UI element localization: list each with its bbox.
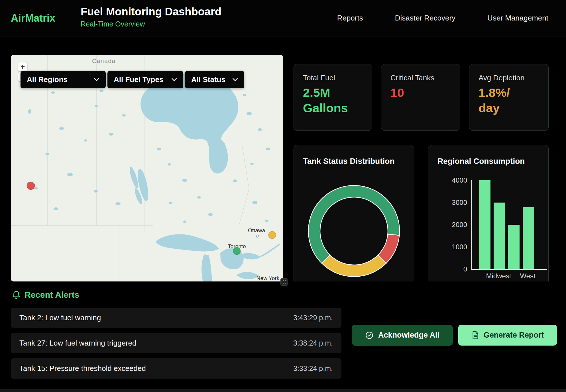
- chevron-down-icon: [94, 78, 99, 81]
- map-city-dot: [256, 235, 259, 237]
- title-block: Fuel Monitoring Dashboard Real-Time Over…: [81, 6, 221, 28]
- page-subtitle: Real-Time Overview: [81, 20, 221, 28]
- brand-logo[interactable]: AirMatrix: [11, 12, 55, 24]
- acknowledge-all-button[interactable]: Acknowledge All: [352, 325, 453, 346]
- filter-label: All Status: [191, 75, 225, 84]
- bar-plot-area: [471, 180, 547, 270]
- y-axis-tick: 1000: [431, 243, 467, 251]
- filter-label: All Regions: [27, 75, 68, 84]
- stat-value: 1.8%/day: [479, 85, 539, 116]
- document-icon: [471, 331, 479, 340]
- y-axis-tick: 2000: [431, 221, 467, 229]
- alert-message: Tank 15: Pressure threshold exceeded: [19, 364, 146, 373]
- y-axis-tick: 4000: [431, 176, 467, 184]
- bar: [479, 180, 490, 269]
- regional-consumption-card: Regional Consumption 01000200030004000Mi…: [428, 145, 549, 293]
- stat-card-total-fuel: Total Fuel2.5MGallons: [294, 64, 372, 131]
- map-resize-handle[interactable]: [280, 278, 288, 286]
- map-zoom-in-button[interactable]: +: [18, 62, 27, 72]
- x-axis-tick: West: [514, 272, 542, 280]
- fuel-monitoring-dashboard: AirMatrix Fuel Monitoring Dashboard Real…: [0, 0, 566, 392]
- tank-status-card: Tank Status Distribution: [294, 145, 414, 293]
- alert-row[interactable]: Tank 27: Low fuel warning triggered3:38:…: [11, 333, 341, 353]
- bar: [523, 207, 534, 269]
- stat-card-critical-tanks: Critical Tanks10: [381, 64, 460, 131]
- x-axis-tick: Midwest: [484, 272, 513, 280]
- drag-dots-icon: [282, 279, 286, 285]
- bar: [508, 225, 520, 269]
- recent-alerts-panel: Recent Alerts Tank 2: Low fuel warning3:…: [0, 281, 566, 389]
- nav-item-disaster-recovery[interactable]: Disaster Recovery: [395, 14, 455, 23]
- map-label-ottawa: Ottawa: [248, 227, 265, 233]
- chevron-down-icon: [232, 78, 238, 81]
- header: AirMatrix Fuel Monitoring Dashboard Real…: [0, 0, 566, 36]
- alert-message: Tank 27: Low fuel warning triggered: [19, 339, 136, 348]
- filter-all-fuel-types[interactable]: All Fuel Types: [107, 71, 183, 88]
- filter-all-status[interactable]: All Status: [185, 71, 244, 88]
- footer-strip: [0, 389, 566, 392]
- generate-report-button[interactable]: Generate Report: [458, 325, 557, 346]
- stat-label: Avg Depletion: [479, 74, 539, 82]
- map-label-new-york: New York: [256, 275, 280, 281]
- y-axis-tick: 3000: [431, 199, 467, 207]
- y-axis-tick: 0: [431, 265, 467, 273]
- alert-timestamp: 3:43:29 p.m.: [293, 314, 333, 322]
- donut-segment-warning: [322, 255, 386, 277]
- tank-status-donut-chart: [294, 145, 414, 293]
- stat-label: Critical Tanks: [390, 74, 451, 82]
- chevron-down-icon: [171, 78, 177, 81]
- map-label-country: Canada: [92, 58, 116, 64]
- filter-all-regions[interactable]: All Regions: [21, 71, 106, 88]
- map-canvas[interactable]: Canada Ottawa Toronto New York: [11, 55, 283, 281]
- map-marker-normal[interactable]: [233, 247, 241, 255]
- generate-report-label: Generate Report: [484, 331, 544, 340]
- bar: [494, 203, 505, 269]
- nav-item-reports[interactable]: Reports: [337, 14, 363, 23]
- page-title: Fuel Monitoring Dashboard: [81, 6, 221, 18]
- map-marker-critical[interactable]: [27, 182, 35, 190]
- stat-label: Total Fuel: [303, 74, 363, 82]
- filter-label: All Fuel Types: [114, 75, 163, 84]
- map-filter-bar: All RegionsAll Fuel TypesAll Status: [21, 71, 244, 88]
- map-marker-warning[interactable]: [268, 231, 276, 239]
- alert-timestamp: 3:33:24 p.m.: [293, 364, 333, 373]
- alert-row[interactable]: Tank 2: Low fuel warning3:43:29 p.m.: [11, 308, 341, 328]
- regional-consumption-bar-chart: 01000200030004000MidwestWest: [428, 145, 548, 293]
- alert-timestamp: 3:38:24 p.m.: [293, 339, 333, 347]
- acknowledge-all-label: Acknowledge All: [378, 331, 439, 340]
- alert-message: Tank 2: Low fuel warning: [19, 313, 101, 322]
- stat-value: 2.5MGallons: [303, 85, 363, 116]
- header-nav: ReportsDisaster RecoveryUser Management: [337, 0, 548, 36]
- nav-item-user-management[interactable]: User Management: [487, 14, 548, 23]
- stat-value: 10: [390, 85, 451, 101]
- stat-card-avg-depletion: Avg Depletion1.8%/day: [469, 64, 549, 131]
- check-circle-icon: [365, 331, 374, 340]
- alert-row[interactable]: Tank 15: Pressure threshold exceeded3:33…: [11, 358, 341, 379]
- map-panel[interactable]: Canada Ottawa Toronto New York + − All R…: [11, 55, 283, 281]
